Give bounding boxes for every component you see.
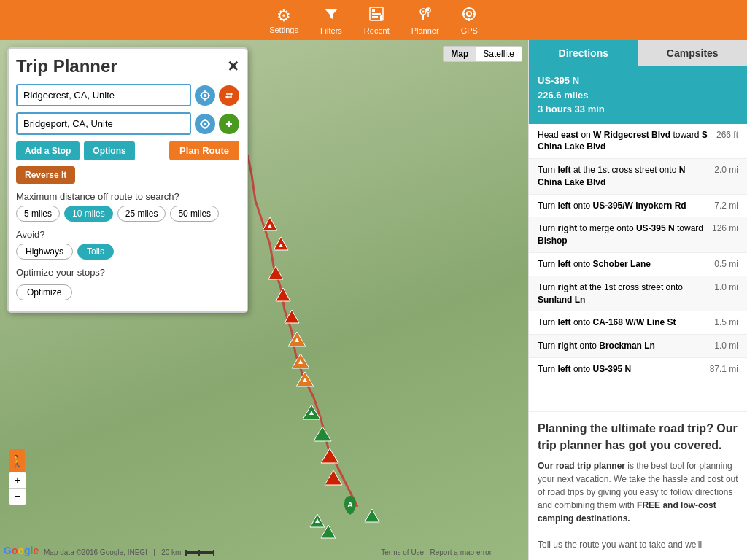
direction-text: Head east on W Ridgecrest Blvd toward S … xyxy=(538,129,711,154)
panel-header: Trip Planner ✕ xyxy=(16,56,239,77)
svg-marker-25 xyxy=(296,372,314,386)
reverse-btn[interactable]: Reverse It xyxy=(16,166,75,184)
right-panel: Directions Campsites US-395 N 226.6 mile… xyxy=(528,40,747,560)
svg-marker-18 xyxy=(268,266,283,279)
direction-row: Turn left onto Schober Lane0.5 mi xyxy=(529,253,747,276)
dist-50mi-btn[interactable]: 50 miles xyxy=(170,206,219,222)
max-distance-label: Maximum distance off route to search? xyxy=(16,191,239,202)
svg-marker-28 xyxy=(309,411,314,415)
terms-text[interactable]: Terms of Use Report a map error xyxy=(381,548,492,556)
dist-25mi-btn[interactable]: 25 miles xyxy=(117,206,166,222)
plan-route-btn[interactable]: Plan Route xyxy=(169,141,239,160)
satellite-toggle-btn[interactable]: Satellite xyxy=(476,47,522,61)
filters-nav[interactable]: Filters xyxy=(320,6,342,35)
directions-list: Head east on W Ridgecrest Blvd toward S … xyxy=(529,124,747,412)
action-buttons: Add a Stop Options Plan Route xyxy=(16,141,239,160)
zoom-out-btn[interactable]: − xyxy=(9,489,26,505)
direction-text: Turn left onto US-395/W Inyokern Rd xyxy=(538,200,708,212)
promo-bold-1: Our road trip planner xyxy=(538,461,625,471)
avoid-highways-btn[interactable]: Highways xyxy=(16,244,73,260)
tab-directions[interactable]: Directions xyxy=(529,40,638,66)
direction-distance: 1.5 mi xyxy=(714,316,738,327)
marker-1: ▲ xyxy=(263,217,277,230)
map-data-text: Map data ©2016 Google, INEGI | 20 km xyxy=(44,548,214,556)
gps-nav[interactable]: GPS xyxy=(461,6,478,35)
recent-icon xyxy=(368,6,384,26)
direction-text: Turn left onto Schober Lane xyxy=(538,258,708,271)
route-duration: 3 hours 33 min xyxy=(538,102,738,117)
zoom-in-btn[interactable]: + xyxy=(9,472,26,489)
direction-distance: 7.2 mi xyxy=(714,200,738,211)
svg-marker-24 xyxy=(298,359,303,364)
filters-label: Filters xyxy=(320,26,342,35)
destination-input[interactable] xyxy=(16,112,191,135)
avoid-section: Avoid? Highways Tolls xyxy=(16,229,239,260)
dist-5mi-btn[interactable]: 5 miles xyxy=(16,206,60,222)
svg-marker-34 xyxy=(310,514,325,527)
locate-dest-btn[interactable] xyxy=(195,114,215,134)
svg-point-8 xyxy=(463,8,475,20)
avoid-tolls-btn[interactable]: Tolls xyxy=(77,244,114,260)
avoid-label: Avoid? xyxy=(16,229,239,240)
direction-row: Turn right to merge onto US-395 N toward… xyxy=(529,217,747,253)
options-btn[interactable]: Options xyxy=(84,141,134,160)
origin-input[interactable] xyxy=(16,84,191,106)
add-stop-btn[interactable]: Add a Stop xyxy=(16,141,80,160)
origin-row xyxy=(16,84,239,106)
svg-rect-2 xyxy=(372,13,381,15)
svg-marker-20 xyxy=(285,310,299,323)
dist-10mi-btn[interactable]: 10 miles xyxy=(64,206,113,222)
svg-marker-35 xyxy=(315,518,320,523)
direction-row: Turn left onto US-395 N87.1 mi xyxy=(529,358,747,381)
svg-marker-36 xyxy=(321,525,336,538)
route-summary: US-395 N 226.6 miles 3 hours 33 min xyxy=(529,66,747,124)
svg-text:▲: ▲ xyxy=(278,241,285,249)
close-panel-btn[interactable]: ✕ xyxy=(227,58,239,75)
promo-title: Planning the ultimate road trip? Our tri… xyxy=(538,421,738,454)
tab-campsites[interactable]: Campsites xyxy=(638,40,748,66)
direction-distance: 2.0 mi xyxy=(714,164,738,175)
direction-distance: 1.0 mi xyxy=(714,281,738,292)
direction-distance: 126 mi xyxy=(712,222,738,233)
svg-point-9 xyxy=(467,12,471,16)
add-dest-btn[interactable] xyxy=(219,114,239,134)
options-section: Maximum distance off route to search? 5 … xyxy=(16,191,239,300)
direction-row: Turn right onto Brockman Ln1.0 mi xyxy=(529,335,747,358)
map-satellite-toggle: Map Satellite xyxy=(443,46,522,62)
locate-origin-btn[interactable] xyxy=(195,85,215,106)
svg-text:A: A xyxy=(347,500,353,509)
optimize-label: Optimize your stops? xyxy=(16,267,239,278)
direction-text: Turn left onto CA-168 W/W Line St xyxy=(538,316,708,329)
filters-icon xyxy=(323,6,339,26)
direction-text: Turn right onto Brockman Ln xyxy=(538,340,708,352)
svg-marker-26 xyxy=(303,378,307,382)
direction-row: Turn left onto CA-168 W/W Line St1.5 mi xyxy=(529,311,747,335)
map-toggle-btn[interactable]: Map xyxy=(444,47,476,61)
promo-section: Planning the ultimate road trip? Our tri… xyxy=(529,411,747,560)
zoom-controls: + − xyxy=(9,472,26,505)
swap-origin-btn[interactable] xyxy=(219,85,239,106)
optimize-btn[interactable]: Optimize xyxy=(16,284,72,300)
planner-label: Planner xyxy=(411,26,439,35)
svg-marker-30 xyxy=(321,448,338,463)
svg-rect-3 xyxy=(372,16,378,18)
gps-icon xyxy=(461,6,477,26)
direction-row: Turn left onto US-395/W Inyokern Rd7.2 m… xyxy=(529,195,747,218)
report-link[interactable]: Report a map error xyxy=(430,548,492,556)
settings-nav[interactable]: ⚙ Settings xyxy=(269,7,298,34)
svg-marker-37 xyxy=(365,509,379,522)
planner-nav[interactable]: Planner xyxy=(411,6,439,35)
optimize-section: Optimize your stops? Optimize xyxy=(16,267,239,300)
tab-bar: Directions Campsites xyxy=(529,40,747,66)
street-view-btn[interactable]: 🚶 xyxy=(9,449,25,472)
svg-marker-14 xyxy=(263,217,277,230)
settings-icon: ⚙ xyxy=(276,7,291,26)
direction-row: Turn right at the 1st cross street onto … xyxy=(529,276,747,312)
recent-nav[interactable]: Recent xyxy=(364,6,390,35)
direction-distance: 1.0 mi xyxy=(714,340,738,351)
direction-distance: 0.5 mi xyxy=(714,258,738,269)
svg-marker-16 xyxy=(274,237,288,250)
svg-marker-27 xyxy=(303,405,320,419)
svg-marker-21 xyxy=(288,332,306,346)
svg-point-5 xyxy=(422,10,424,12)
